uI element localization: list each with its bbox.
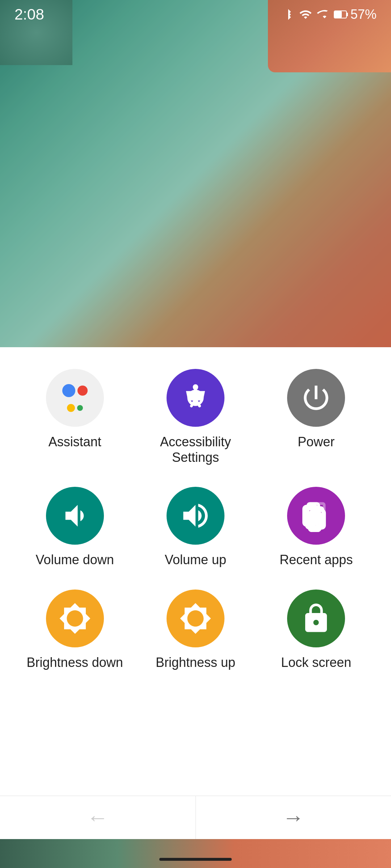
power-icon-circle [287, 369, 345, 427]
volume-down-icon-circle [46, 487, 104, 545]
volume-up-icon-circle [167, 487, 224, 545]
lock-screen-icon-circle [287, 590, 345, 647]
signal-icon [316, 8, 329, 21]
status-icons: 57% [282, 7, 377, 22]
brightness-up-button[interactable]: Brightness up [135, 590, 256, 670]
back-button[interactable]: ← [0, 796, 196, 839]
accessibility-label: Accessibility Settings [135, 434, 256, 465]
power-icon [300, 382, 332, 414]
svg-rect-1 [347, 13, 348, 16]
navigation-bar: ← → [0, 796, 391, 839]
battery-percent: 57% [350, 7, 377, 22]
wifi-icon [299, 8, 312, 21]
volume-up-label: Volume up [165, 552, 226, 567]
bluetooth-icon [282, 8, 295, 21]
volume-down-label: Volume down [36, 552, 114, 567]
recent-apps-icon [300, 499, 332, 532]
lock-screen-icon [300, 602, 332, 635]
brightness-down-button[interactable]: Brightness down [14, 590, 135, 670]
recent-apps-label: Recent apps [279, 552, 353, 567]
home-indicator[interactable] [159, 858, 232, 861]
power-label: Power [298, 434, 335, 450]
accessibility-button[interactable]: Accessibility Settings [135, 369, 256, 465]
dot-red [77, 386, 88, 396]
assistant-label: Assistant [49, 434, 101, 450]
volume-down-icon [59, 499, 91, 532]
brightness-down-icon-circle [46, 590, 104, 647]
lock-screen-label: Lock screen [281, 655, 351, 670]
forward-arrow-icon: → [282, 805, 304, 830]
volume-up-icon [179, 499, 212, 532]
dot-yellow [67, 404, 75, 412]
power-button[interactable]: Power [256, 369, 377, 465]
lock-screen-button[interactable]: Lock screen [256, 590, 377, 670]
dot-green [77, 405, 83, 411]
status-bar: 2:08 57% [0, 0, 391, 29]
assistant-button[interactable]: Assistant [14, 369, 135, 465]
forward-button[interactable]: → [196, 796, 391, 839]
recent-apps-button[interactable]: Recent apps [256, 487, 377, 567]
accessibility-icon-circle [167, 369, 224, 427]
volume-down-button[interactable]: Volume down [14, 487, 135, 567]
brightness-up-label: Brightness up [156, 655, 235, 670]
brightness-up-icon [179, 602, 212, 635]
back-arrow-icon: ← [87, 805, 109, 830]
assistant-icon-circle [46, 369, 104, 427]
brightness-up-icon-circle [167, 590, 224, 647]
status-time: 2:08 [14, 6, 44, 23]
accessibility-icon [179, 382, 212, 414]
recent-apps-icon-circle [287, 487, 345, 545]
svg-rect-2 [335, 11, 342, 18]
volume-up-button[interactable]: Volume up [135, 487, 256, 567]
battery-icon: 57% [334, 7, 377, 22]
menu-grid: Assistant [14, 369, 377, 670]
wallpaper-top [0, 0, 391, 354]
dot-blue [62, 384, 75, 397]
menu-card: Assistant [0, 347, 391, 839]
brightness-down-icon [59, 602, 91, 635]
wallpaper-bottom-strip [0, 839, 391, 868]
brightness-down-label: Brightness down [27, 655, 123, 670]
